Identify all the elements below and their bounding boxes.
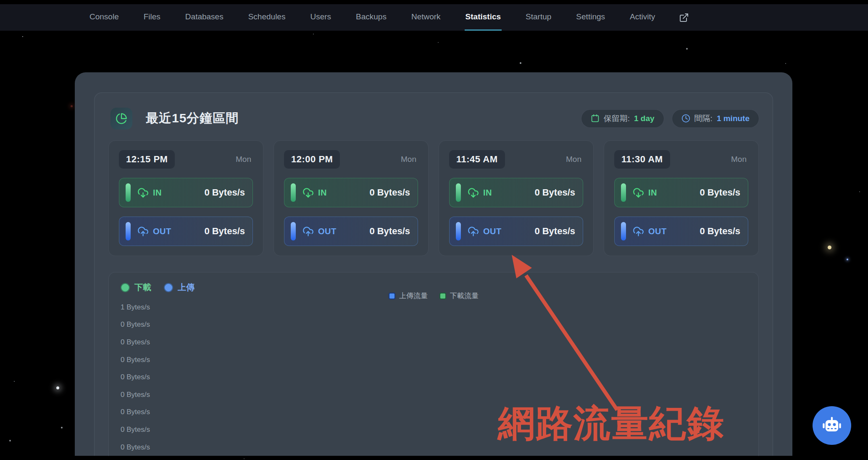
day-label: Mon (731, 155, 747, 164)
cloud-download-icon (302, 187, 314, 198)
retention-value: 1 day (634, 114, 655, 123)
y-tick: 0 Bytes/s (121, 316, 150, 334)
retention-badge: 保留期: 1 day (581, 109, 664, 128)
cloud-upload-icon (633, 226, 644, 237)
out-value: 0 Bytes/s (534, 226, 575, 237)
out-row: OUT 0 Bytes/s (284, 217, 418, 246)
page: Console Files Databases Schedules Users … (0, 0, 868, 460)
out-label: OUT (483, 227, 502, 236)
starfield (0, 0, 1, 1)
out-value: 0 Bytes/s (700, 226, 740, 237)
star (847, 259, 848, 260)
y-tick: 0 Bytes/s (121, 351, 150, 369)
time-chip: 11:30 AM (614, 150, 670, 169)
top-navbar: Console Files Databases Schedules Users … (0, 4, 868, 31)
out-bar (456, 222, 461, 241)
tab-files[interactable]: Files (143, 4, 161, 31)
day-label: Mon (401, 155, 416, 164)
annotation-text: 網路流量紀錄 (498, 399, 725, 449)
in-value: 0 Bytes/s (534, 187, 575, 198)
out-label: OUT (318, 227, 337, 236)
in-row: IN 0 Bytes/s (449, 178, 583, 207)
tab-activity[interactable]: Activity (629, 4, 656, 31)
day-label: Mon (236, 155, 251, 164)
y-tick: 0 Bytes/s (121, 404, 150, 421)
interval-card-head: 11:45 AM Mon (449, 150, 583, 169)
tab-statistics[interactable]: Statistics (465, 4, 502, 31)
in-value: 0 Bytes/s (204, 187, 245, 198)
tab-network[interactable]: Network (410, 4, 442, 31)
y-tick: 0 Bytes/s (121, 333, 150, 351)
tab-console[interactable]: Console (89, 4, 120, 31)
y-tick: 1 Bytes/s (121, 299, 150, 316)
in-label: IN (153, 188, 162, 198)
in-row: IN 0 Bytes/s (614, 178, 748, 207)
in-row: IN 0 Bytes/s (119, 178, 253, 207)
clock-icon (681, 114, 690, 123)
out-value: 0 Bytes/s (369, 226, 410, 237)
interval-card-head: 12:15 PM Mon (119, 150, 253, 169)
in-value: 0 Bytes/s (700, 187, 740, 198)
interval-badge: 間隔: 1 minute (672, 109, 759, 128)
chart-y-axis: 1 Bytes/s 0 Bytes/s 0 Bytes/s 0 Bytes/s … (121, 299, 150, 456)
cloud-download-icon (633, 187, 644, 198)
out-row: OUT 0 Bytes/s (614, 217, 748, 246)
cloud-download-icon (137, 187, 149, 198)
retention-label: 保留期: (604, 113, 630, 124)
header-badges: 保留期: 1 day 間隔: 1 minute (581, 109, 759, 128)
in-label: IN (483, 188, 492, 198)
in-value: 0 Bytes/s (369, 187, 410, 198)
time-chip: 12:15 PM (119, 150, 175, 169)
page-title: 最近15分鐘區間 (146, 110, 239, 127)
out-value: 0 Bytes/s (204, 226, 245, 237)
y-tick: 0 Bytes/s (121, 368, 150, 386)
out-bar (621, 222, 626, 241)
cloud-download-icon (468, 187, 479, 198)
cloud-upload-icon (137, 226, 149, 237)
external-link-icon[interactable] (679, 4, 689, 31)
out-bar (291, 222, 296, 241)
out-bar (126, 222, 131, 241)
star (71, 105, 73, 107)
y-tick: 0 Bytes/s (121, 421, 150, 439)
out-label: OUT (648, 227, 667, 236)
tab-startup[interactable]: Startup (525, 4, 552, 31)
interval-label: 間隔: (694, 113, 713, 124)
in-label: IN (318, 188, 327, 198)
tab-databases[interactable]: Databases (184, 4, 224, 31)
tab-schedules[interactable]: Schedules (247, 4, 287, 31)
tab-users[interactable]: Users (309, 4, 332, 31)
y-tick: 0 Bytes/s (121, 386, 150, 404)
star (56, 386, 59, 389)
assistant-fab-button[interactable] (813, 406, 851, 445)
interval-card-head: 12:00 PM Mon (284, 150, 418, 169)
time-chip: 12:00 PM (284, 150, 340, 169)
out-row: OUT 0 Bytes/s (119, 217, 253, 246)
out-label: OUT (153, 227, 171, 236)
tab-settings[interactable]: Settings (575, 4, 606, 31)
robot-icon (821, 415, 843, 436)
stats-card-header: 最近15分鐘區間 保留期: 1 day 間隔: 1 mi (95, 93, 773, 130)
pie-chart-icon (110, 108, 132, 130)
nav-tabs: Console Files Databases Schedules Users … (89, 4, 656, 31)
star (828, 246, 831, 249)
in-bar (456, 183, 461, 202)
interval-card-head: 11:30 AM Mon (614, 150, 748, 169)
in-row: IN 0 Bytes/s (284, 178, 418, 207)
day-label: Mon (566, 155, 581, 164)
cloud-upload-icon (302, 226, 314, 237)
in-label: IN (648, 188, 657, 198)
y-tick: 0 Bytes/s (121, 439, 150, 456)
in-bar (126, 183, 131, 202)
tab-backups[interactable]: Backups (355, 4, 387, 31)
in-bar (291, 183, 296, 202)
out-row: OUT 0 Bytes/s (449, 217, 583, 246)
interval-card: 12:15 PM Mon IN 0 Bytes/s (108, 140, 263, 256)
in-bar (621, 183, 626, 202)
interval-card: 12:00 PM Mon IN 0 Bytes/s (274, 140, 429, 256)
interval-card: 11:45 AM Mon IN 0 Bytes/s (439, 140, 594, 256)
interval-cards-row: 12:15 PM Mon IN 0 Bytes/s (95, 140, 773, 256)
time-chip: 11:45 AM (449, 150, 505, 169)
calendar-icon (591, 114, 600, 123)
interval-value: 1 minute (717, 114, 750, 123)
